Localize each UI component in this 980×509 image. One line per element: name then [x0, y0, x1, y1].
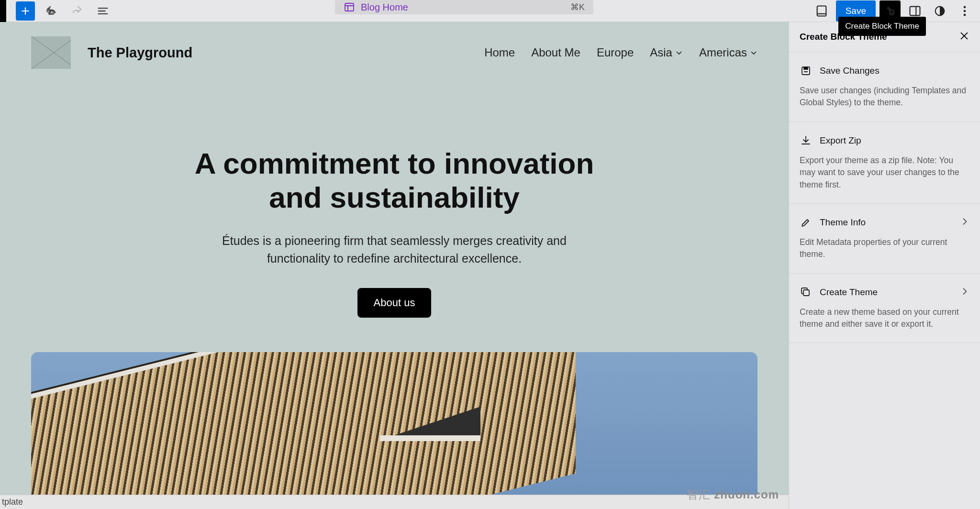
svg-point-4 [964, 6, 966, 9]
svg-point-6 [964, 14, 966, 16]
site-nav: Home About Me Europe Asia Americas [484, 46, 757, 59]
kebab-icon [958, 4, 971, 18]
site-title[interactable]: The Playground [88, 45, 192, 61]
pencil-icon [800, 216, 812, 229]
save-icon [800, 65, 812, 77]
undo-button[interactable] [42, 1, 61, 21]
editor-toolbar: Blog Home ⌘K Save [0, 0, 980, 22]
watermark: 智汇 zhuon.com [687, 487, 779, 502]
document-selector[interactable]: Blog Home ⌘K [335, 0, 593, 14]
chevron-down-icon [750, 49, 757, 56]
device-preview-button[interactable] [811, 0, 832, 22]
nav-asia[interactable]: Asia [650, 46, 683, 59]
nav-about[interactable]: About Me [531, 46, 580, 59]
close-icon [959, 31, 969, 41]
create-theme-desc: Create a new theme based on your current… [800, 306, 969, 331]
breadcrumb-fragment: tplate [2, 497, 23, 507]
plus-icon [19, 5, 32, 17]
theme-info-desc: Edit Metadata properties of your current… [800, 236, 969, 261]
svg-point-5 [964, 10, 966, 12]
svg-rect-8 [803, 290, 809, 296]
tooltip: Create Block Theme [838, 17, 926, 36]
workspace: The Playground Home About Me Europe Asia… [0, 22, 980, 509]
wrench-icon [883, 4, 897, 18]
svg-rect-1 [817, 6, 826, 16]
save-changes-title: Save Changes [820, 66, 880, 76]
building-graphic-tip [380, 407, 480, 440]
hero-heading[interactable]: A commitment to innovation and sustainab… [0, 146, 789, 215]
redo-button[interactable] [67, 1, 87, 21]
save-label: Save [846, 6, 866, 16]
document-label: Blog Home [361, 2, 408, 13]
about-us-button[interactable]: About us [357, 288, 432, 318]
nav-home[interactable]: Home [484, 46, 515, 59]
chevron-right-icon [960, 217, 969, 228]
nav-americas[interactable]: Americas [699, 46, 757, 59]
editor-canvas[interactable]: The Playground Home About Me Europe Asia… [0, 22, 789, 509]
styles-button[interactable] [929, 0, 950, 22]
hero-subtext[interactable]: Études is a pioneering firm that seamles… [0, 232, 789, 268]
undo-icon [45, 4, 58, 18]
copy-icon [800, 286, 812, 299]
list-view-button[interactable] [93, 1, 112, 21]
svg-rect-0 [345, 3, 354, 11]
building-graphic [31, 352, 576, 496]
chevron-down-icon [675, 49, 683, 56]
download-icon [800, 134, 812, 147]
shortcut-hint: ⌘K [570, 2, 585, 12]
hero-section: A commitment to innovation and sustainab… [0, 146, 789, 318]
template-icon [344, 1, 355, 13]
list-icon [96, 4, 110, 18]
create-block-theme-panel: Create Block Theme Save Changes Save use… [789, 22, 980, 509]
contrast-icon [933, 4, 947, 18]
hero-image[interactable] [31, 352, 757, 496]
close-panel-button[interactable] [959, 31, 969, 43]
create-theme-section[interactable]: Create Theme Create a new theme based on… [789, 274, 980, 343]
export-zip-desc: Export your theme as a zip file. Note: Y… [800, 155, 969, 191]
chevron-right-icon [960, 287, 969, 298]
footer-bar: tplate [0, 495, 789, 509]
save-changes-desc: Save user changes (including Templates a… [800, 85, 969, 109]
add-block-button[interactable] [16, 1, 35, 21]
theme-info-title: Theme Info [820, 217, 866, 228]
svg-rect-2 [910, 7, 920, 16]
save-changes-section[interactable]: Save Changes Save user changes (includin… [789, 52, 980, 122]
site-header: The Playground Home About Me Europe Asia… [31, 36, 757, 69]
redo-icon [70, 4, 84, 18]
export-zip-title: Export Zip [820, 135, 861, 146]
device-icon [815, 4, 828, 18]
theme-info-section[interactable]: Theme Info Edit Metadata properties of y… [789, 204, 980, 274]
export-zip-section[interactable]: Export Zip Export your theme as a zip fi… [789, 122, 980, 204]
sidebar-icon [908, 4, 922, 18]
nav-europe[interactable]: Europe [597, 46, 634, 59]
create-theme-title: Create Theme [820, 287, 878, 298]
site-logo[interactable] [31, 36, 71, 69]
more-options-button[interactable] [954, 0, 975, 22]
window-edge [0, 0, 6, 22]
